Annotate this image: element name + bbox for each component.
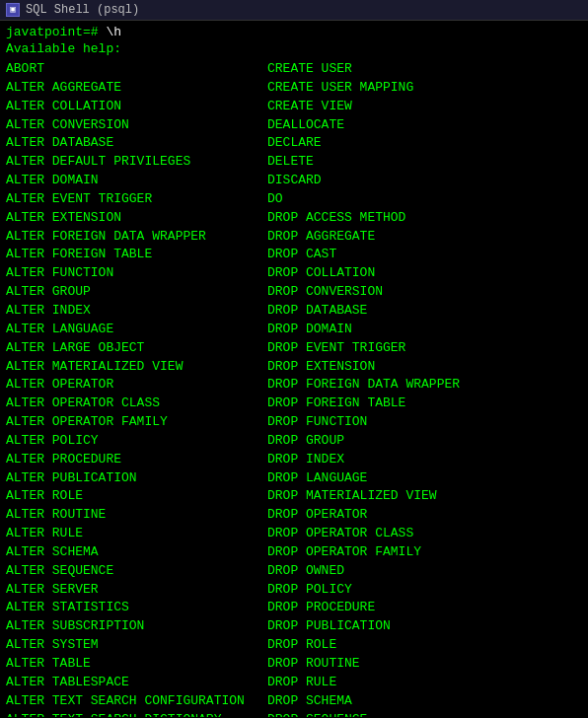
right-command: DROP DATABASE xyxy=(267,302,582,321)
title-bar: ▣ SQL Shell (psql) xyxy=(0,0,588,21)
left-command: ALTER EVENT TRIGGER xyxy=(6,190,267,209)
left-command: ALTER MATERIALIZED VIEW xyxy=(6,358,267,377)
right-command: DROP RULE xyxy=(267,674,582,692)
right-command: DROP ROLE xyxy=(267,636,582,655)
right-command: CREATE USER xyxy=(267,60,582,79)
right-command: DROP LANGUAGE xyxy=(267,469,582,488)
left-command: ALTER TEXT SEARCH DICTIONARY xyxy=(6,711,267,717)
left-command: ALTER DOMAIN xyxy=(6,172,267,190)
left-command: ALTER OPERATOR CLASS xyxy=(6,395,267,413)
left-command: ALTER AGGREGATE xyxy=(6,79,267,98)
left-command: ALTER CONVERSION xyxy=(6,116,267,135)
commands-grid: ABORTCREATE USER ALTER AGGREGATECREATE U… xyxy=(6,60,582,717)
right-command: DROP DOMAIN xyxy=(267,321,582,339)
help-header: Available help: xyxy=(6,41,582,56)
right-command: DO xyxy=(267,190,582,209)
left-command: ALTER TABLE xyxy=(6,655,267,674)
left-command: ALTER SERVER xyxy=(6,581,267,600)
right-command: DROP POLICY xyxy=(267,581,582,600)
left-command: ALTER COLLATION xyxy=(6,98,267,116)
right-command: DROP FUNCTION xyxy=(267,413,582,432)
right-command: DROP ACCESS METHOD xyxy=(267,209,582,228)
right-command: CREATE VIEW xyxy=(267,98,582,116)
right-command: DROP FOREIGN TABLE xyxy=(267,395,582,413)
right-command: CREATE USER MAPPING xyxy=(267,79,582,98)
left-command: ALTER FOREIGN TABLE xyxy=(6,246,267,264)
prompt: javatpoint=# xyxy=(6,25,106,39)
right-command: DROP INDEX xyxy=(267,451,582,469)
left-command: ALTER TEXT SEARCH CONFIGURATION xyxy=(6,692,267,711)
right-command: DELETE xyxy=(267,153,582,172)
right-command: DROP OPERATOR xyxy=(267,506,582,525)
right-command: DROP SCHEMA xyxy=(267,692,582,711)
right-command: DROP COLLATION xyxy=(267,264,582,283)
right-command: DROP OPERATOR CLASS xyxy=(267,525,582,543)
left-command: ALTER PROCEDURE xyxy=(6,451,267,469)
right-command: DECLARE xyxy=(267,134,582,153)
left-command: ALTER SEQUENCE xyxy=(6,562,267,581)
right-command: DROP GROUP xyxy=(267,432,582,451)
right-command: DROP PROCEDURE xyxy=(267,599,582,617)
left-command: ALTER FUNCTION xyxy=(6,264,267,283)
right-command: DROP MATERIALIZED VIEW xyxy=(267,487,582,506)
left-command: ALTER EXTENSION xyxy=(6,209,267,228)
left-command: ALTER SYSTEM xyxy=(6,636,267,655)
prompt-line: javatpoint=# \h xyxy=(6,25,582,39)
right-command: DROP AGGREGATE xyxy=(267,228,582,247)
terminal-window[interactable]: javatpoint=# \h Available help: ABORTCRE… xyxy=(0,21,588,717)
left-command: ALTER OPERATOR FAMILY xyxy=(6,413,267,432)
right-command: DROP CAST xyxy=(267,246,582,264)
right-command: DROP PUBLICATION xyxy=(267,617,582,636)
left-command: ALTER SUBSCRIPTION xyxy=(6,617,267,636)
left-command: ALTER RULE xyxy=(6,525,267,543)
left-command: ALTER DATABASE xyxy=(6,134,267,153)
right-command: DROP EXTENSION xyxy=(267,358,582,377)
left-command: ALTER STATISTICS xyxy=(6,599,267,617)
left-command: ALTER TABLESPACE xyxy=(6,674,267,692)
right-command: DROP ROUTINE xyxy=(267,655,582,674)
right-command: DROP EVENT TRIGGER xyxy=(267,339,582,358)
left-command: ALTER POLICY xyxy=(6,432,267,451)
command: \h xyxy=(106,25,121,39)
app-icon: ▣ xyxy=(6,3,20,17)
left-command: ALTER SCHEMA xyxy=(6,543,267,562)
left-command: ALTER GROUP xyxy=(6,283,267,302)
left-command: ALTER PUBLICATION xyxy=(6,469,267,488)
right-command: DROP CONVERSION xyxy=(267,283,582,302)
left-command: ALTER LANGUAGE xyxy=(6,321,267,339)
right-command: DROP SEQUENCE xyxy=(267,711,582,717)
left-command: ABORT xyxy=(6,60,267,79)
right-command: DROP FOREIGN DATA WRAPPER xyxy=(267,376,582,395)
left-command: ALTER DEFAULT PRIVILEGES xyxy=(6,153,267,172)
right-command: DROP OWNED xyxy=(267,562,582,581)
right-command: DROP OPERATOR FAMILY xyxy=(267,543,582,562)
left-command: ALTER ROLE xyxy=(6,487,267,506)
right-command: DISCARD xyxy=(267,172,582,190)
left-command: ALTER INDEX xyxy=(6,302,267,321)
right-command: DEALLOCATE xyxy=(267,116,582,135)
left-command: ALTER OPERATOR xyxy=(6,376,267,395)
left-command: ALTER FOREIGN DATA WRAPPER xyxy=(6,228,267,247)
left-command: ALTER LARGE OBJECT xyxy=(6,339,267,358)
window-title: SQL Shell (psql) xyxy=(26,3,139,17)
left-command: ALTER ROUTINE xyxy=(6,506,267,525)
